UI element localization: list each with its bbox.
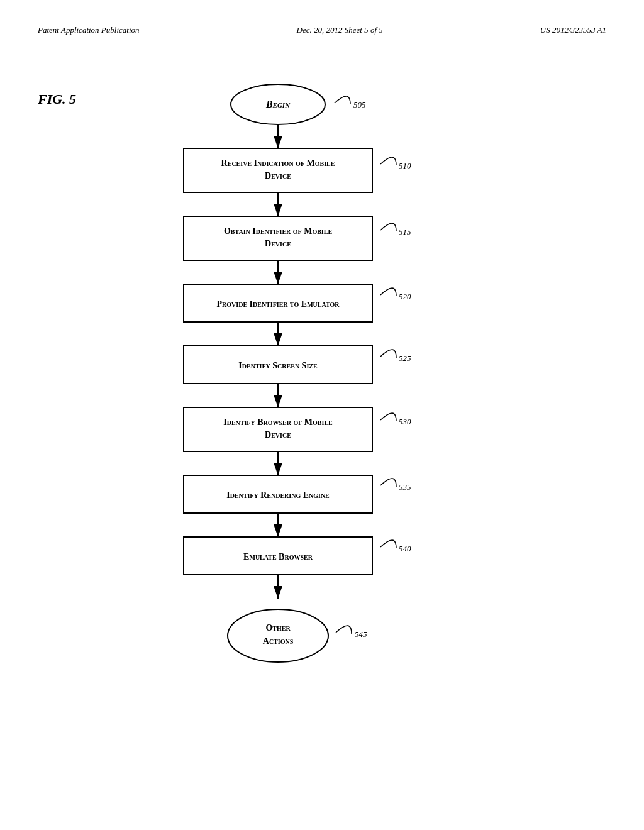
svg-text:540: 540: [399, 544, 411, 553]
svg-text:510: 510: [399, 161, 411, 170]
svg-text:Device: Device: [265, 239, 291, 248]
svg-text:Identify Browser of Mobile: Identify Browser of Mobile: [223, 418, 333, 427]
header-center: Dec. 20, 2012 Sheet 5 of 5: [297, 25, 383, 35]
svg-text:505: 505: [353, 100, 366, 109]
svg-text:530: 530: [399, 417, 411, 426]
page-header: Patent Application Publication Dec. 20, …: [38, 25, 606, 35]
svg-text:535: 535: [399, 482, 411, 492]
header-right: US 2012/323553 A1: [540, 25, 606, 35]
svg-text:Device: Device: [265, 171, 291, 180]
svg-text:Receive Indication of Mobile: Receive Indication of Mobile: [221, 158, 335, 168]
svg-rect-5: [184, 148, 372, 192]
svg-point-36: [228, 609, 328, 662]
svg-text:Other: Other: [265, 623, 291, 633]
svg-text:Device: Device: [265, 430, 291, 440]
svg-text:Identify Rendering Engine: Identify Rendering Engine: [226, 490, 330, 500]
svg-text:Actions: Actions: [263, 636, 294, 646]
svg-text:515: 515: [399, 227, 411, 236]
svg-rect-10: [184, 216, 372, 260]
svg-text:520: 520: [399, 292, 411, 301]
header-left: Patent Application Publication: [38, 25, 140, 35]
svg-text:545: 545: [355, 629, 367, 639]
svg-rect-23: [184, 407, 372, 451]
svg-text:Begin: Begin: [265, 99, 291, 109]
flowchart-diagram: Begin 505 Receive Indication of Mobile D…: [38, 60, 606, 771]
page: Patent Application Publication Dec. 20, …: [0, 0, 644, 830]
flowchart-svg: Begin 505 Receive Indication of Mobile D…: [133, 67, 511, 771]
svg-text:Obtain Identifier of Mobile: Obtain Identifier of Mobile: [224, 226, 332, 236]
svg-text:Emulate Browser: Emulate Browser: [243, 552, 313, 562]
svg-text:Identify Screen Size: Identify Screen Size: [238, 361, 318, 370]
svg-text:Provide Identifier to Emulator: Provide Identifier to Emulator: [217, 299, 340, 309]
svg-text:525: 525: [399, 353, 411, 363]
